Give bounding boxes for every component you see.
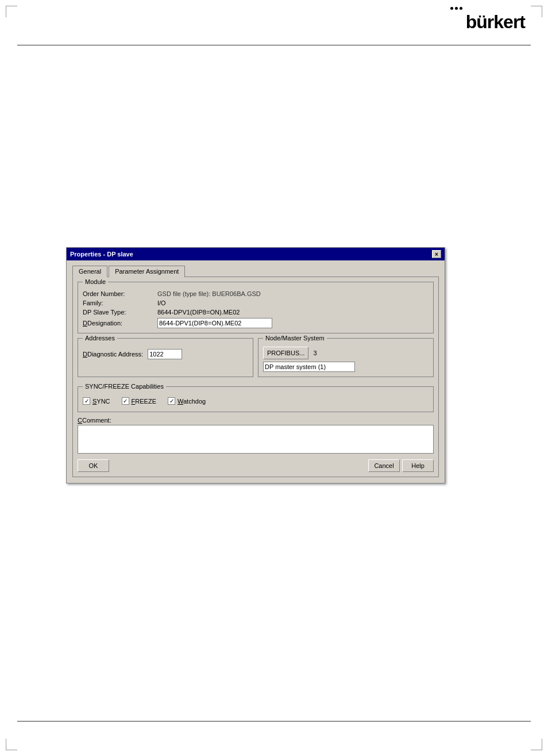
dp-master-input[interactable] (263, 362, 355, 372)
comment-section: CComment: (78, 417, 434, 455)
comment-label: CComment: (78, 417, 434, 424)
logo-area: bürkert (450, 11, 525, 33)
module-group: Module Order Number: GSD file (type file… (78, 282, 434, 333)
cancel-button[interactable]: Cancel (368, 459, 400, 472)
tab-parameter-assignment[interactable]: Parameter Assignment (109, 266, 185, 277)
corner-mark-tl (6, 6, 17, 17)
family-value: I/O (157, 300, 429, 306)
logo-dot-2 (455, 7, 458, 10)
corner-mark-tr (531, 6, 542, 17)
freeze-label: FREEZE (132, 398, 156, 405)
designation-input[interactable] (157, 318, 272, 328)
gsd-label: GSD file (type file): BUER06BA.GSD (157, 290, 429, 297)
freeze-checkbox[interactable] (122, 397, 129, 405)
watchdog-checkbox-item: Watchdog (168, 397, 206, 405)
corner-mark-br (531, 739, 542, 750)
ok-button[interactable]: OK (78, 459, 109, 472)
profibus-button[interactable]: PROFIBUS... (263, 347, 308, 359)
watchdog-label: Watchdog (177, 398, 206, 405)
buttons-row: OK Cancel Help (78, 459, 434, 472)
bottom-separator-line (17, 721, 531, 722)
dialog-title: Properties - DP slave (70, 251, 133, 258)
diagnostic-address-label: DDiagnostic Address: (83, 351, 143, 358)
properties-dialog: Properties - DP slave × General Paramete… (66, 247, 445, 483)
dialog-body: General Parameter Assignment Module Orde… (67, 260, 445, 483)
diagnostic-address-input[interactable] (148, 349, 182, 359)
close-button[interactable]: × (432, 250, 441, 258)
comment-textarea[interactable] (78, 425, 434, 454)
module-group-label: Module (83, 278, 108, 285)
tab-general[interactable]: General (72, 266, 107, 277)
freeze-checkbox-item: FREEZE (122, 397, 156, 405)
family-label: Family: (83, 300, 157, 306)
node-master-group: Node/Master System PROFIBUS... 3 (258, 338, 434, 377)
dp-master-row (263, 362, 429, 372)
sync-row: SYNC FREEZE Watchdog (83, 395, 429, 407)
addresses-group: Addresses DDiagnostic Address: (78, 338, 253, 377)
tabs-container: General Parameter Assignment (72, 265, 439, 277)
logo-dots (450, 7, 462, 10)
addresses-group-label: Addresses (83, 335, 117, 341)
right-buttons: Cancel Help (368, 459, 434, 472)
sync-freeze-label: SYNC/FREEZE Capabilities (83, 383, 166, 390)
sync-label: SYNC (92, 398, 110, 405)
help-button[interactable]: Help (402, 459, 434, 472)
watchdog-checkbox[interactable] (168, 397, 175, 405)
profibus-number: 3 (313, 350, 317, 356)
top-separator-line (17, 45, 531, 45)
sync-freeze-group: SYNC/FREEZE Capabilities SYNC FREEZE Wat… (78, 386, 434, 412)
node-master-group-label: Node/Master System (263, 335, 327, 341)
dialog-titlebar: Properties - DP slave × (67, 248, 445, 260)
logo-dot-1 (450, 7, 453, 10)
sync-checkbox[interactable] (83, 397, 90, 405)
sync-checkbox-item: SYNC (83, 397, 110, 405)
bottom-groups: Addresses DDiagnostic Address: Node/Mast… (78, 338, 434, 382)
tab-content: Module Order Number: GSD file (type file… (72, 277, 439, 477)
logo-dot-3 (460, 7, 462, 10)
burkert-logo: bürkert (466, 11, 525, 33)
order-number-label: Order Number: (83, 290, 157, 297)
corner-mark-bl (6, 739, 17, 750)
module-grid: Order Number: GSD file (type file): BUER… (83, 290, 429, 328)
profibus-row: PROFIBUS... 3 (263, 347, 429, 359)
dp-slave-type-value: 8644-DPV1(DIP8=ON).ME02 (157, 309, 429, 316)
dp-slave-type-label: DP Slave Type: (83, 309, 157, 316)
designation-label: DDesignation: (83, 320, 157, 327)
